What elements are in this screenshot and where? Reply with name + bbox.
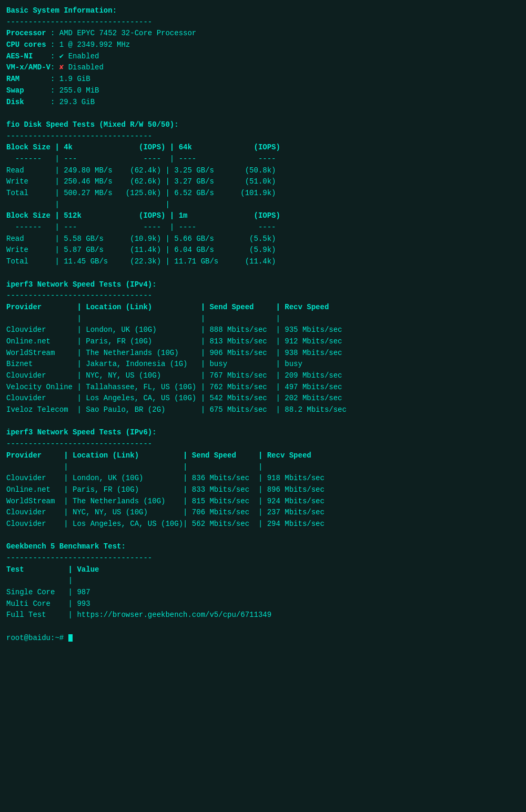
geekbench-header: Test | Value	[6, 565, 99, 574]
vmx-key: VM-x/AMD-V	[6, 63, 50, 72]
terminal-output: Basic System Information: --------------…	[6, 5, 520, 644]
iperf-ipv6-header: Provider | Location (Link) | Send Speed …	[6, 451, 311, 460]
geekbench-multi: Multi Core | 993	[6, 600, 90, 608]
cpu-cores-value: : 1 @ 2349.992 MHz	[50, 40, 130, 49]
disk-key: Disk	[6, 98, 50, 106]
fio-total2: Total | 11.45 GB/s (22.3k) | 11.71 GB/s …	[6, 257, 276, 266]
fio-read2: Read | 5.58 GB/s (10.9k) | 5.66 GB/s (5.…	[6, 235, 276, 243]
fio-divider: ---------------------------------	[6, 132, 152, 140]
fio-write2: Write | 5.87 GB/s (11.4k) | 6.04 GB/s (5…	[6, 246, 276, 254]
iperf-ipv4-title: iperf3 Network Speed Tests (IPv4):	[6, 280, 157, 289]
prompt: root@baidu:~#	[6, 634, 68, 642]
basic-divider: ---------------------------------	[6, 18, 152, 26]
iperf-ipv4-row7: Clouvider | Los Angeles, CA, US (10G) | …	[6, 394, 342, 402]
cross-icon: ✘	[59, 63, 64, 72]
ram-value: : 1.9 GiB	[50, 75, 90, 83]
iperf-ipv4-row6: Velocity Online | Tallahassee, FL, US (1…	[6, 383, 342, 391]
swap-key: Swap	[6, 86, 50, 95]
iperf-ipv6-title: iperf3 Network Speed Tests (IPv6):	[6, 428, 157, 437]
check-icon: ✔	[59, 52, 64, 60]
iperf-ipv6-row4: Clouvider | NYC, NY, US (10G) | 706 Mbit…	[6, 508, 325, 516]
aes-ni-key: AES-NI	[6, 52, 50, 60]
fio-title: fio Disk Speed Tests (Mixed R/W 50/50):	[6, 120, 179, 129]
geekbench-single: Single Core | 987	[6, 588, 90, 596]
fio-read1: Read | 249.80 MB/s (62.4k) | 3.25 GB/s (…	[6, 166, 276, 175]
geekbench-title: Geekbench 5 Benchmark Test:	[6, 542, 126, 551]
iperf-ipv4-header: Provider | Location (Link) | Send Speed …	[6, 303, 329, 311]
iperf-ipv6-divider: ---------------------------------	[6, 440, 152, 448]
processor-key: Processor	[6, 29, 50, 37]
fio-write1: Write | 250.46 MB/s (62.6k) | 3.27 GB/s …	[6, 177, 276, 186]
geekbench-full: Full Test | https://browser.geekbench.co…	[6, 611, 271, 619]
iperf-ipv6-row3: WorldStream | The Netherlands (10G) | 81…	[6, 497, 325, 505]
iperf-ipv4-row4: Biznet | Jakarta, Indonesia (1G) | busy …	[6, 360, 302, 368]
geekbench-blank: |	[6, 576, 73, 585]
processor-value: : AMD EPYC 7452 32-Core Processor	[50, 29, 196, 37]
fio-sep1: ------ | --- ---- | ---- ----	[6, 155, 276, 163]
iperf-ipv6-row2: Online.net | Paris, FR (10G) | 833 Mbits…	[6, 485, 325, 494]
iperf-ipv6-row1: Clouvider | London, UK (10G) | 836 Mbits…	[6, 474, 325, 482]
iperf-ipv4-divider: ---------------------------------	[6, 291, 152, 300]
iperf-ipv4-row8: Iveloz Telecom | Sao Paulo, BR (2G) | 67…	[6, 405, 347, 414]
iperf-ipv6-blank: | | |	[6, 463, 262, 471]
geekbench-divider: ---------------------------------	[6, 554, 152, 562]
fio-header1: Block Size | 4k (IOPS) | 64k (IOPS)	[6, 143, 280, 151]
iperf-ipv4-row3: WorldStream | The Netherlands (10G) | 90…	[6, 349, 342, 357]
vmx-value: : ✘ Disabled	[50, 63, 104, 72]
iperf-ipv4-row1: Clouvider | London, UK (10G) | 888 Mbits…	[6, 326, 342, 334]
aes-ni-value: : ✔ Enabled	[50, 52, 99, 60]
basic-system-title: Basic System Information:	[6, 6, 117, 15]
cursor	[68, 634, 73, 642]
fio-total1: Total | 500.27 MB/s (125.0k) | 6.52 GB/s…	[6, 189, 276, 197]
fio-header2: Block Size | 512k (IOPS) | 1m (IOPS)	[6, 211, 280, 220]
iperf-ipv6-row5: Clouvider | Los Angeles, CA, US (10G)| 5…	[6, 520, 325, 528]
iperf-ipv4-row5: Clouvider | NYC, NY, US (10G) | 767 Mbit…	[6, 371, 342, 380]
fio-sep2: ------ | --- ---- | ---- ----	[6, 223, 276, 231]
disk-value: : 29.3 GiB	[50, 98, 95, 106]
iperf-ipv4-blank: | | |	[6, 314, 280, 323]
swap-value: : 255.0 MiB	[50, 86, 99, 95]
iperf-ipv4-row2: Online.net | Paris, FR (10G) | 813 Mbits…	[6, 337, 342, 346]
cpu-cores-key: CPU cores	[6, 40, 50, 49]
ram-key: RAM	[6, 75, 50, 83]
